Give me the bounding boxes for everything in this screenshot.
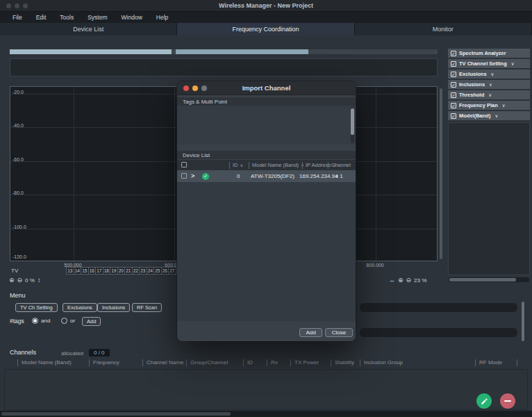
tags-section-header: Tags & Multi Point: [177, 97, 356, 106]
column-header-rf-mode[interactable]: RF Mode: [475, 359, 502, 366]
chevron-down-icon[interactable]: ∨: [494, 113, 498, 119]
app-window: Wireless Manager - New Project File Edit…: [0, 0, 532, 417]
tags-list[interactable]: [177, 106, 356, 145]
column-header-id[interactable]: ID: [243, 359, 253, 366]
sidebar-item-model-band[interactable]: ✓ Model(Band) ∨: [448, 111, 530, 120]
column-header-inclusion-group[interactable]: Inclusion Group: [360, 359, 403, 366]
zoom-window-icon[interactable]: [23, 3, 28, 8]
column-header-group-channel[interactable]: Group/Channel: [186, 359, 228, 366]
sidebar-item-tv-channel-setting[interactable]: ✓ TV Channel Setting ∨: [448, 59, 530, 68]
y-axis-tick: -100.0: [13, 224, 26, 229]
chevron-down-icon[interactable]: ∨: [511, 61, 515, 67]
tv-ch-setting-button[interactable]: TV Ch Setting: [15, 303, 58, 312]
menu-field[interactable]: [360, 328, 517, 337]
remove-channel-button[interactable]: [500, 393, 515, 409]
inclusions-button[interactable]: Inclusions: [97, 303, 130, 312]
tab-device-list[interactable]: Device List: [0, 23, 177, 35]
tab-monitor[interactable]: Monitor: [355, 23, 532, 35]
sidebar-item-label: Spectrum Analyzer: [459, 50, 506, 56]
add-button[interactable]: Add: [299, 328, 322, 337]
sidebar-scrollbar-thumb[interactable]: [449, 278, 516, 281]
zoom-out-icon[interactable]: ⊖: [17, 277, 23, 284]
menu-system[interactable]: System: [81, 14, 114, 21]
channels-section-title: Channels: [10, 349, 36, 356]
zoom-out-icon[interactable]: ⊖: [406, 277, 412, 284]
row-checkbox[interactable]: [181, 173, 187, 179]
range-selection-segment[interactable]: [10, 49, 172, 54]
vertical-resize-icon[interactable]: ↕: [38, 277, 41, 284]
column-header-stability[interactable]: Stability: [331, 359, 354, 366]
column-header-tx-power[interactable]: TX Power: [290, 359, 319, 366]
tags-list-scrollbar-thumb[interactable]: [351, 108, 354, 135]
sidebar-detail-panel: [448, 122, 530, 275]
checkbox-checked-icon[interactable]: ✓: [451, 82, 456, 88]
sidebar-item-spectrum-analyzer[interactable]: ✓ Spectrum Analyzer: [448, 49, 530, 58]
column-header-rx[interactable]: Rx: [267, 359, 278, 366]
close-button[interactable]: Close: [325, 328, 353, 337]
bottom-scrollbar[interactable]: [0, 411, 532, 417]
range-selection-segment[interactable]: [176, 49, 308, 54]
sidebar-item-frequency-plan[interactable]: ✓ Frequency Plan ∨: [448, 101, 530, 110]
sidebar-item-exclusions[interactable]: ✓ Exclusions ∨: [448, 70, 530, 79]
checkbox-checked-icon[interactable]: ✓: [451, 103, 456, 108]
minimize-dialog-icon[interactable]: [192, 85, 198, 91]
checkbox-checked-icon[interactable]: ✓: [451, 51, 456, 56]
column-label: Channel: [331, 162, 351, 168]
tags-list-scrollbar[interactable]: [351, 107, 354, 143]
tags-label: #tags: [10, 318, 24, 325]
column-header-frequency[interactable]: Frequency: [89, 359, 119, 366]
chevron-down-icon[interactable]: ∨: [489, 82, 492, 88]
column-header-channel[interactable]: Channel: [328, 162, 351, 169]
close-dialog-icon[interactable]: [183, 85, 189, 91]
exclusions-button[interactable]: Exclusions: [63, 303, 97, 312]
sidebar-item-inclusions[interactable]: ✓ Inclusions ∨: [448, 80, 530, 89]
column-header-id[interactable]: ID∨: [229, 162, 243, 169]
chevron-down-icon[interactable]: ∨: [488, 92, 492, 98]
minimize-window-icon[interactable]: [15, 3, 19, 8]
menu-tools[interactable]: Tools: [53, 14, 81, 21]
edit-channel-button[interactable]: [476, 393, 492, 409]
device-row[interactable]: > ✓ 0 ATW-T3205(DF2) 169.254.234.94 x 1: [177, 170, 356, 182]
zoom-in-icon[interactable]: ⊕: [398, 277, 404, 284]
chart-vertical-scrollbar[interactable]: [440, 88, 442, 259]
sort-chevron-icon[interactable]: ∨: [240, 163, 243, 167]
horizontal-resize-icon[interactable]: ↔: [389, 277, 395, 284]
select-all-checkbox[interactable]: [181, 162, 187, 167]
tags-or-radio[interactable]: or: [61, 318, 75, 324]
zoom-in-icon[interactable]: ⊕: [9, 277, 15, 284]
frequency-range-slider[interactable]: [10, 49, 438, 54]
menu-vertical-scrollbar[interactable]: [522, 302, 524, 341]
tabbar: Device List Frequency Coordination Monit…: [0, 23, 532, 35]
menu-help[interactable]: Help: [149, 14, 175, 21]
rf-scan-button[interactable]: RF Scan: [132, 303, 162, 312]
radio-checked-icon[interactable]: [32, 318, 38, 324]
chevron-down-icon[interactable]: ∨: [491, 72, 494, 77]
column-header-model[interactable]: Model Name (Band)∨: [249, 162, 304, 169]
column-header-channel-name[interactable]: Channel Name: [142, 359, 183, 366]
checkbox-checked-icon[interactable]: ✓: [451, 92, 456, 98]
expand-chevron-icon[interactable]: >: [191, 172, 194, 179]
sidebar-horizontal-scrollbar[interactable]: [449, 277, 529, 282]
radio-unchecked-icon[interactable]: [61, 318, 67, 324]
close-window-icon[interactable]: [6, 3, 11, 8]
column-header-model[interactable]: Model Name (Band): [17, 359, 72, 366]
sidebar-item-label: Inclusions: [459, 81, 485, 88]
or-radio-label: or: [70, 318, 75, 324]
menu-window[interactable]: Window: [115, 14, 149, 21]
sidebar-item-threshold[interactable]: ✓ Threshold ∨: [448, 90, 530, 99]
menu-field[interactable]: [360, 303, 517, 312]
checkbox-checked-icon[interactable]: ✓: [451, 61, 456, 67]
bottom-scrollbar-thumb[interactable]: [1, 412, 231, 416]
checkbox-checked-icon[interactable]: ✓: [451, 72, 456, 77]
chevron-down-icon[interactable]: ∨: [502, 103, 506, 108]
allocated-label: allocated: [61, 350, 83, 357]
checkbox-checked-icon[interactable]: ✓: [451, 113, 456, 119]
tags-and-radio[interactable]: and: [32, 318, 50, 324]
menu-edit[interactable]: Edit: [29, 14, 53, 21]
menu-file[interactable]: File: [6, 14, 29, 21]
zoom-controls-right: ↔ ⊕ ⊖ 23 %: [389, 277, 426, 284]
tab-frequency-coordination[interactable]: Frequency Coordination: [177, 23, 354, 35]
y-axis-tick: -20.0: [13, 90, 24, 95]
sidebar-item-label: Frequency Plan: [459, 102, 498, 108]
tags-add-button[interactable]: Add: [82, 317, 101, 326]
